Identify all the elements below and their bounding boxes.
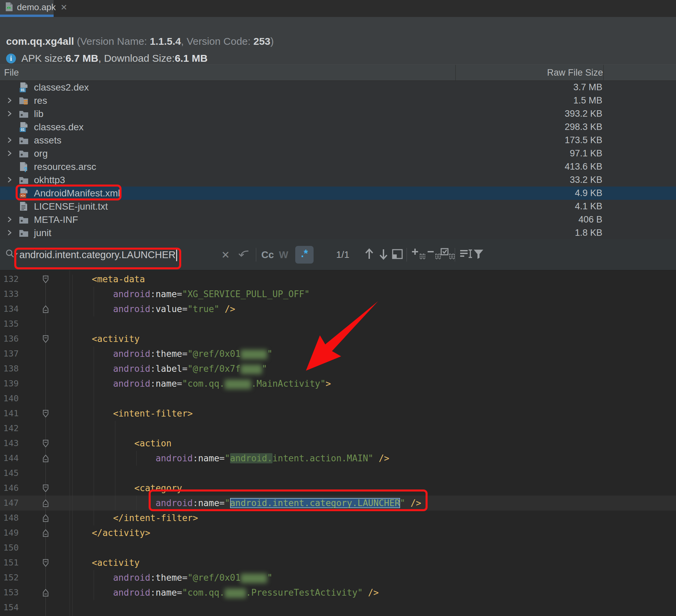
fold-start-icon[interactable] bbox=[42, 439, 49, 448]
code-text: android:name="XG_SERVICE_PULL_UP_OFF" bbox=[71, 287, 309, 302]
table-row[interactable]: lib393.2 KB bbox=[0, 107, 676, 120]
code-editor[interactable]: 132<meta-data133android:name="XG_SERVICE… bbox=[0, 270, 676, 616]
table-row[interactable]: META-INF406 B bbox=[0, 213, 676, 226]
info-icon: i bbox=[6, 54, 16, 63]
open-in-find-window-icon[interactable] bbox=[391, 248, 404, 262]
table-row[interactable]: res1.5 MB bbox=[0, 94, 676, 107]
token-str: "com.qq. bbox=[182, 588, 225, 598]
folder-icon bbox=[18, 228, 29, 238]
apk-size-value: 6.7 MB bbox=[65, 52, 98, 65]
folder-icon bbox=[18, 214, 29, 225]
file-size: 1.5 MB bbox=[573, 94, 602, 107]
code-text: <activity bbox=[71, 555, 140, 570]
line-number: 146 bbox=[0, 481, 19, 496]
table-row[interactable]: org97.1 KB bbox=[0, 147, 676, 160]
fold-start-icon[interactable] bbox=[42, 484, 49, 493]
match-case-toggle[interactable]: Cc bbox=[261, 249, 274, 260]
fold-end-icon[interactable] bbox=[42, 305, 49, 313]
token-tag: /> bbox=[225, 304, 235, 314]
table-row[interactable]: assets173.5 KB bbox=[0, 134, 676, 147]
file-name: org bbox=[34, 147, 48, 160]
version-name: 1.1.5.4 bbox=[150, 36, 181, 47]
code-line: 142 bbox=[0, 421, 676, 436]
table-row[interactable]: 01classes.dex298.3 KB bbox=[0, 120, 676, 134]
multiline-search-icon[interactable] bbox=[459, 247, 474, 262]
code-text: android:theme="@ref/0x01" bbox=[71, 346, 273, 361]
token-eq: = bbox=[182, 573, 188, 583]
add-occurrence-icon[interactable] bbox=[411, 247, 426, 262]
expand-chevron-icon[interactable] bbox=[5, 96, 14, 104]
svg-text:01: 01 bbox=[21, 88, 25, 92]
token-str: " bbox=[267, 349, 273, 359]
expand-chevron-icon[interactable] bbox=[5, 149, 14, 157]
red-box-search-query bbox=[14, 248, 181, 269]
line-number: 135 bbox=[0, 316, 19, 331]
clear-search-icon[interactable]: ✕ bbox=[221, 249, 230, 261]
previous-match-icon[interactable] bbox=[364, 248, 375, 262]
column-file[interactable]: File bbox=[4, 65, 19, 80]
tab-demo-apk[interactable]: demo.apk ✕ bbox=[0, 0, 54, 15]
line-number: 153 bbox=[0, 585, 19, 600]
token-pn: : bbox=[193, 453, 198, 463]
file-name: resources.arsc bbox=[34, 160, 96, 173]
code-line: 140 bbox=[0, 391, 676, 406]
file-table-header: File Raw File Size bbox=[0, 64, 676, 81]
code-text: <activity bbox=[71, 331, 140, 346]
filter-icon[interactable] bbox=[472, 248, 485, 262]
tab-close-icon[interactable]: ✕ bbox=[60, 3, 67, 12]
fold-end-icon[interactable] bbox=[42, 499, 49, 507]
redacted-text bbox=[241, 365, 262, 374]
fold-start-icon[interactable] bbox=[42, 409, 49, 418]
arsc-file-icon: ? bbox=[18, 161, 29, 172]
fold-end-icon[interactable] bbox=[42, 514, 49, 522]
table-row[interactable]: ?resources.arsc413.6 KB bbox=[0, 160, 676, 173]
line-number: 145 bbox=[0, 466, 19, 481]
words-toggle[interactable]: W bbox=[279, 249, 288, 260]
expand-chevron-icon[interactable] bbox=[5, 229, 14, 237]
code-line: 154 bbox=[0, 600, 676, 615]
token-pn: : bbox=[150, 289, 156, 299]
fold-end-icon[interactable] bbox=[42, 589, 49, 597]
code-text: android:label="@ref/0x7f" bbox=[71, 361, 267, 376]
token-hl: android. bbox=[230, 453, 273, 463]
file-tree-table: 01classes2.dex3.7 MBres1.5 MBlib393.2 KB… bbox=[0, 81, 676, 239]
code-line: 136<activity bbox=[0, 331, 676, 346]
code-line: 144android:name="android.intent.action.M… bbox=[0, 451, 676, 466]
newline-icon[interactable] bbox=[238, 248, 250, 262]
table-row[interactable]: LICENSE-junit.txt4.1 KB bbox=[0, 200, 676, 213]
fold-start-icon[interactable] bbox=[42, 275, 49, 284]
code-text: android:theme="@ref/0x01" bbox=[71, 570, 273, 585]
select-all-occurrences-icon[interactable] bbox=[440, 247, 456, 262]
fold-end-icon[interactable] bbox=[42, 454, 49, 463]
token-ns: android bbox=[113, 573, 150, 583]
token-an: theme bbox=[155, 573, 182, 583]
red-box-androidmanifest bbox=[16, 185, 121, 200]
token-sp bbox=[363, 588, 368, 598]
token-str: "true" bbox=[187, 304, 219, 314]
file-size: 393.2 KB bbox=[565, 107, 602, 120]
fold-start-icon[interactable] bbox=[42, 559, 49, 567]
line-number: 134 bbox=[0, 302, 19, 316]
file-name: res bbox=[34, 94, 47, 107]
next-match-icon[interactable] bbox=[378, 248, 389, 262]
file-name: lib bbox=[34, 107, 43, 120]
fold-start-icon[interactable] bbox=[42, 335, 49, 343]
file-name: classes.dex bbox=[34, 120, 83, 134]
expand-chevron-icon[interactable] bbox=[5, 215, 14, 224]
editor-tab-bar: demo.apk ✕ bbox=[0, 0, 676, 17]
token-pn: : bbox=[150, 304, 156, 314]
table-row[interactable]: 01classes2.dex3.7 MB bbox=[0, 81, 676, 94]
expand-chevron-icon[interactable] bbox=[5, 176, 14, 184]
column-raw-file-size[interactable]: Raw File Size bbox=[547, 65, 603, 80]
table-row[interactable]: junit1.8 KB bbox=[0, 226, 676, 239]
code-text: android:name="com.qq..PressureTestActivi… bbox=[71, 585, 379, 600]
file-size: 4.1 KB bbox=[575, 200, 602, 213]
expand-chevron-icon[interactable] bbox=[5, 110, 14, 118]
expand-chevron-icon[interactable] bbox=[5, 136, 14, 144]
fold-end-icon[interactable] bbox=[42, 529, 49, 537]
token-ns: android bbox=[155, 453, 193, 463]
regex-toggle[interactable]: .* bbox=[295, 246, 314, 264]
line-number: 142 bbox=[0, 421, 19, 436]
code-line: 143<action bbox=[0, 436, 676, 451]
token-an: name bbox=[198, 453, 220, 463]
